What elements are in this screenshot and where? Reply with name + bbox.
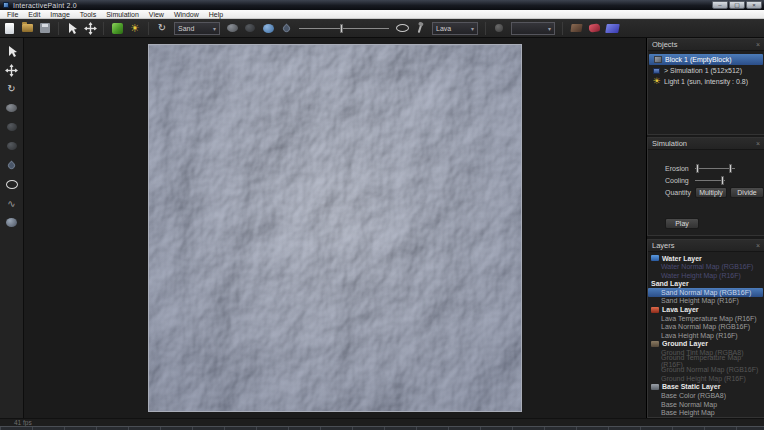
layer-item[interactable]: Ground Normal Map (RGB16F) bbox=[648, 365, 764, 374]
viewport[interactable] bbox=[24, 38, 646, 418]
dark-sphere-tool-1[interactable] bbox=[4, 120, 20, 134]
move-tool-button[interactable] bbox=[82, 21, 98, 36]
ground-layer-icon bbox=[651, 341, 659, 347]
save-button[interactable] bbox=[37, 21, 53, 36]
simulation-panel-title: Simulation bbox=[652, 139, 687, 148]
right-panel: Objects × Block 1 (EmptyBlock) > Simulat… bbox=[646, 38, 764, 418]
water-drop-button[interactable] bbox=[278, 21, 294, 36]
rotate-tool-button[interactable]: ↻ bbox=[154, 21, 170, 36]
light-sun-icon: ☀ bbox=[652, 78, 661, 86]
light-tool-button[interactable]: ☀ bbox=[127, 21, 143, 36]
cooling-slider[interactable] bbox=[695, 175, 725, 186]
lava-flow-button[interactable] bbox=[586, 21, 602, 36]
layers-panel: Layers × Water Layer Water Normal Map (R… bbox=[647, 239, 764, 418]
steel-sphere-tool[interactable] bbox=[4, 215, 20, 229]
move-icon bbox=[84, 22, 97, 35]
layer-item[interactable]: Lava Height Map (R16F) bbox=[648, 331, 764, 340]
select-tool-button[interactable] bbox=[64, 21, 80, 36]
pin-tool-button[interactable] bbox=[412, 21, 428, 36]
menu-help[interactable]: Help bbox=[204, 10, 228, 19]
water-block-button[interactable] bbox=[604, 21, 620, 36]
sun-icon: ☀ bbox=[130, 23, 140, 34]
object-item-light[interactable]: ☀ Light 1 (sun, intensity : 0.8) bbox=[648, 76, 764, 87]
window-title: InteractivePaint 2.0 bbox=[13, 2, 77, 9]
layer-item-selected[interactable]: Sand Normal Map (RGB16F) bbox=[648, 288, 763, 297]
empty-dropdown[interactable]: ▾ bbox=[511, 22, 555, 35]
layer-item[interactable]: Base Normal Map bbox=[648, 400, 764, 409]
brush-sphere-1-button[interactable] bbox=[224, 21, 240, 36]
play-button[interactable]: Play bbox=[665, 218, 699, 229]
new-file-button[interactable] bbox=[1, 21, 17, 36]
droplet-tool[interactable] bbox=[4, 158, 20, 172]
close-icon[interactable]: × bbox=[756, 140, 760, 147]
lava-material-dropdown[interactable]: Lava ▾ bbox=[432, 22, 478, 35]
terrain-normal-map-image[interactable] bbox=[148, 44, 522, 412]
toolbar-separator bbox=[562, 22, 563, 35]
layer-item[interactable]: Lava Normal Map (RGB16F) bbox=[648, 322, 764, 331]
close-button[interactable]: × bbox=[746, 1, 762, 9]
water-box-icon bbox=[605, 24, 620, 33]
menu-simulation[interactable]: Simulation bbox=[101, 10, 144, 19]
sphere-dark-icon bbox=[245, 24, 255, 32]
eyedropper-mode-button[interactable] bbox=[491, 21, 507, 36]
brush-sphere-2-button[interactable] bbox=[242, 21, 258, 36]
divide-button[interactable]: Divide bbox=[730, 187, 764, 198]
close-icon[interactable]: × bbox=[756, 41, 760, 48]
menu-window[interactable]: Window bbox=[169, 10, 204, 19]
app-icon bbox=[3, 2, 9, 8]
layers-panel-title: Layers bbox=[652, 241, 675, 250]
dark-sphere-tool-2[interactable] bbox=[4, 139, 20, 153]
brush-size-slider[interactable] bbox=[299, 22, 389, 35]
layer-group-lava[interactable]: Lava Layer bbox=[648, 305, 764, 314]
pointer-icon bbox=[66, 22, 78, 35]
layer-item[interactable]: Lava Temperature Map (R16F) bbox=[648, 314, 764, 323]
objects-panel: Objects × Block 1 (EmptyBlock) > Simulat… bbox=[647, 38, 764, 135]
lava-layer-icon bbox=[651, 307, 659, 313]
erosion-slider-handle-min[interactable] bbox=[696, 164, 699, 173]
layer-item[interactable]: Sand Height Map (R16F) bbox=[648, 297, 764, 306]
layer-group-sand[interactable]: Sand Layer bbox=[648, 280, 764, 289]
menu-file[interactable]: File bbox=[2, 10, 23, 19]
brush-sphere-3-button[interactable] bbox=[260, 21, 276, 36]
menu-edit[interactable]: Edit bbox=[23, 10, 45, 19]
layer-item[interactable]: Water Normal Map (RGB16F) bbox=[648, 262, 764, 271]
open-file-button[interactable] bbox=[19, 21, 35, 36]
layer-group-base-static[interactable]: Base Static Layer bbox=[648, 383, 764, 392]
close-icon[interactable]: × bbox=[756, 242, 760, 249]
layer-group-ground[interactable]: Ground Layer bbox=[648, 340, 764, 349]
layer-item[interactable]: Base Color (RGBA8) bbox=[648, 391, 764, 400]
sphere-brush-tool[interactable] bbox=[4, 101, 20, 115]
erosion-slider[interactable] bbox=[695, 163, 735, 174]
layer-item[interactable]: Water Height Map (R16F) bbox=[648, 271, 764, 280]
curve-tool[interactable]: ∿ bbox=[4, 196, 20, 210]
block-tool-button[interactable] bbox=[109, 21, 125, 36]
menu-view[interactable]: View bbox=[144, 10, 169, 19]
ground-block-button[interactable] bbox=[568, 21, 584, 36]
layer-item[interactable]: Ground Temperature Map (R16F) bbox=[648, 357, 764, 366]
rotate-tool[interactable]: ↻ bbox=[4, 82, 20, 96]
erosion-slider-handle-max[interactable] bbox=[729, 164, 732, 173]
orbit-tool-button[interactable] bbox=[394, 21, 410, 36]
layer-group-water[interactable]: Water Layer bbox=[648, 254, 764, 263]
block-icon bbox=[653, 56, 662, 64]
multiply-button[interactable]: Multiply bbox=[695, 187, 727, 198]
move-icon bbox=[5, 64, 18, 77]
select-tool[interactable] bbox=[4, 44, 20, 58]
layer-item[interactable]: Base Height Map bbox=[648, 408, 764, 417]
slider-handle[interactable] bbox=[340, 24, 343, 33]
simulation-panel: Simulation × Erosion Cooling bbox=[647, 137, 764, 235]
maximize-button[interactable]: ▢ bbox=[729, 1, 745, 9]
menu-tools[interactable]: Tools bbox=[75, 10, 101, 19]
water-layer-icon bbox=[651, 255, 659, 261]
sand-material-dropdown[interactable]: Sand ▾ bbox=[174, 22, 220, 35]
layer-item[interactable]: Ground Height Map (R16F) bbox=[648, 374, 764, 383]
menu-image[interactable]: Image bbox=[45, 10, 74, 19]
object-item-block[interactable]: Block 1 (EmptyBlock) bbox=[649, 54, 763, 65]
ring-tool[interactable] bbox=[4, 177, 20, 191]
windows-taskbar-edge[interactable] bbox=[0, 426, 764, 430]
move-tool[interactable] bbox=[4, 63, 20, 77]
cooling-slider-handle[interactable] bbox=[721, 176, 724, 185]
minimize-button[interactable]: – bbox=[712, 1, 728, 9]
terrain-tint-overlay bbox=[149, 45, 521, 411]
object-item-simulation[interactable]: > Simulation 1 (512x512) bbox=[648, 65, 764, 76]
